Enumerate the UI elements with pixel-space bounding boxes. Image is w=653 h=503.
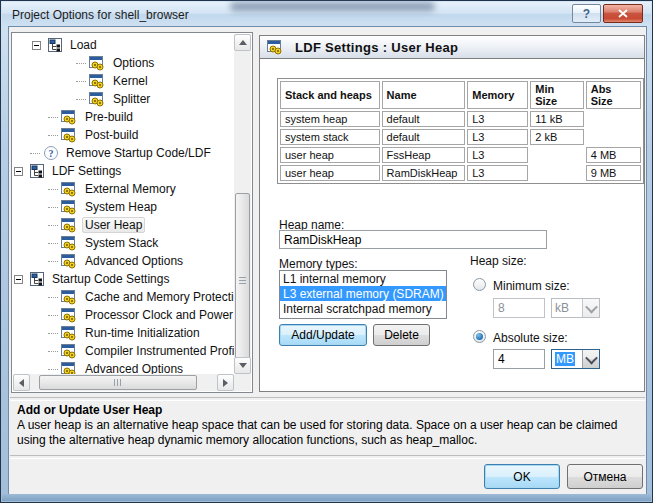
page-icon [61,182,78,197]
table-header-cell: Abs Size [586,81,641,109]
panel-header: LDF Settings : User Heap [260,36,644,59]
absolute-size-unit-combo[interactable]: MB [551,349,600,369]
tree-horizontal-scrollbar[interactable] [13,374,234,391]
page-icon [61,110,78,125]
tree-connector [48,135,58,136]
tree-connector [30,153,40,154]
close-button[interactable] [603,4,643,23]
tree-item[interactable]: Load [12,36,234,54]
tree-item[interactable]: Cache and Memory Protection [12,288,234,306]
tree-item[interactable]: ?Remove Startup Code/LDF [12,144,234,162]
tree-item[interactable]: Advanced Options [12,252,234,270]
table-header-cell: Memory [467,81,528,109]
absolute-size-radio[interactable] [473,330,486,343]
add-update-button[interactable]: Add/Update [279,324,367,346]
tree-item-label: Options [110,55,157,71]
collapse-minus-icon[interactable] [32,41,41,50]
help-button[interactable]: ? [572,4,601,23]
delete-button[interactable]: Delete [373,324,430,346]
tree-connector [76,81,86,82]
table-cell [530,165,583,181]
cancel-label: Отмена [583,470,626,484]
tree-item-label: Startup Code Settings [49,271,172,287]
tree-connector [76,63,86,64]
table-row[interactable]: user heapFssHeapL34 MB [280,147,641,163]
minimum-size-radio[interactable] [473,278,486,291]
dialog-client-area: LoadOptionsKernelSplitterPre-buildPost-b… [8,26,647,496]
tree-item[interactable]: User Heap [12,216,234,234]
tree-connector [48,117,58,118]
minimum-size-unit-combo[interactable]: kB [551,298,600,318]
tree-item[interactable]: System Stack [12,234,234,252]
tree-item-label: External Memory [82,181,179,197]
memory-type-option[interactable]: L3 external memory (SDRAM) [280,286,446,301]
tree-item[interactable]: Startup Code Settings [12,270,234,288]
options-tree: LoadOptionsKernelSplitterPre-buildPost-b… [11,32,253,393]
tree-item-label: Pre-build [82,109,136,125]
tree-item[interactable]: Kernel [12,72,234,90]
table-cell: RamDiskHeap [382,165,466,181]
tree-vertical-scrollbar[interactable] [234,34,251,374]
scroll-right-button[interactable] [217,374,234,391]
category-icon [30,164,45,179]
tree-connector [48,207,58,208]
tree-item[interactable]: System Heap [12,198,234,216]
memory-type-option[interactable]: Internal scratchpad memory [280,301,446,316]
tree-connector [48,225,58,226]
tree-item[interactable]: Compiler Instrumented Profiling [12,342,234,360]
memory-types-listbox[interactable]: L1 internal memoryL3 external memory (SD… [279,270,447,319]
tree-connector [48,333,58,334]
tree-item-label: Kernel [110,73,151,89]
description-title: Add or Update User Heap [17,403,162,417]
table-header-cell: Name [382,81,466,109]
tree-item-label: System Stack [82,235,161,251]
tree-item-label: Advanced Options [82,253,186,269]
tree-item-label: Processor Clock and Power Settings [82,307,234,323]
collapse-minus-icon[interactable] [14,167,23,176]
chevron-down-icon [585,300,598,313]
scroll-left-button[interactable] [13,374,30,391]
page-icon [61,254,78,269]
ok-button[interactable]: OK [484,464,560,489]
scrollbar-corner [234,374,251,391]
vertical-scroll-thumb[interactable] [235,193,250,368]
tree-item[interactable]: Processor Clock and Power Settings [12,306,234,324]
scroll-down-button[interactable] [234,357,251,374]
dropdown-button[interactable] [582,350,599,368]
tree-connector [48,189,58,190]
table-header-cell: Stack and heaps [280,81,380,109]
cancel-button[interactable]: Отмена [567,464,643,489]
dropdown-button[interactable] [582,299,599,317]
table-row[interactable]: user heapRamDiskHeapL39 MB [280,165,641,181]
tree-item[interactable]: LDF Settings [12,162,234,180]
tree-item[interactable]: External Memory [12,180,234,198]
table-row[interactable]: system stackdefaultL32 kB [280,129,641,145]
heaps-table: Stack and heapsNameMemoryMin SizeAbs Siz… [277,78,644,184]
page-icon [61,326,78,341]
tree-item[interactable]: Options [12,54,234,72]
table-cell: L3 [467,129,528,145]
table-row[interactable]: system heapdefaultL311 kB [280,111,641,127]
svg-text:?: ? [49,148,54,159]
minimum-size-label: Minimum size: [493,279,570,293]
table-cell: default [382,129,466,145]
tree-connector [48,315,58,316]
tree-item[interactable]: Splitter [12,90,234,108]
scroll-up-button[interactable] [234,34,251,51]
tree-item[interactable]: Run-time Initialization [12,324,234,342]
heap-name-input[interactable] [279,230,547,249]
page-icon [89,92,106,107]
tree-item[interactable]: Pre-build [12,108,234,126]
titlebar[interactable]: Project Options for shell_browser ? [2,2,651,27]
horizontal-scroll-thumb[interactable] [39,375,197,390]
unit-value: MB [555,352,575,366]
page-icon [61,128,78,143]
table-cell: 4 MB [586,147,641,163]
tree-item[interactable]: Post-build [12,126,234,144]
minimum-size-input[interactable] [493,298,545,318]
collapse-minus-icon[interactable] [14,275,23,284]
memory-type-option[interactable]: L1 internal memory [280,271,446,286]
absolute-size-input[interactable] [493,349,545,369]
tree-item-label: Run-time Initialization [82,325,203,341]
description-body: A user heap is an alternative heap space… [17,418,649,448]
